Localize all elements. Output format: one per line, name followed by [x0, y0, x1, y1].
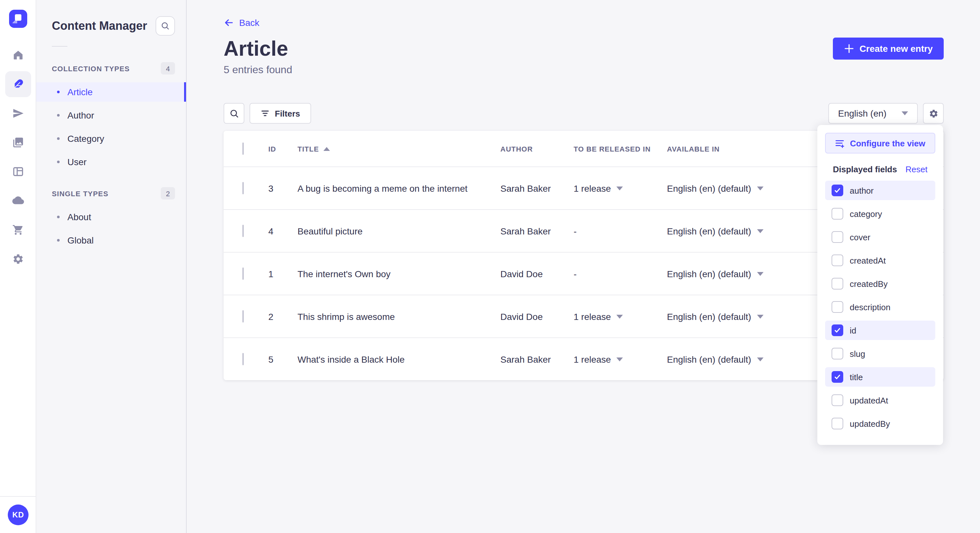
view-settings-popover: Configure the view Displayed fields Rese…: [817, 125, 943, 445]
filters-label: Filters: [275, 108, 300, 118]
nav-media-library-button[interactable]: [5, 130, 31, 155]
create-new-entry-button[interactable]: Create new entry: [833, 38, 944, 60]
field-label: updatedBy: [850, 419, 890, 428]
reset-fields-button[interactable]: Reset: [905, 165, 928, 174]
field-label: createdBy: [850, 279, 888, 289]
chevron-down-icon[interactable]: [757, 314, 764, 318]
single-types-count-badge: 2: [161, 187, 175, 200]
nav-deploy-button[interactable]: [5, 188, 31, 214]
sidebar-item-article[interactable]: Article: [36, 82, 186, 102]
rail-divider: [0, 496, 36, 497]
cell-release[interactable]: 1 release: [574, 354, 667, 364]
field-toggle-createdBy[interactable]: createdBy: [825, 274, 935, 293]
nav-releases-button[interactable]: [5, 100, 31, 126]
nav-content-type-builder-button[interactable]: [5, 159, 31, 185]
field-toggle-author[interactable]: author: [825, 181, 935, 200]
app-window: KD Content Manager COLLECTION TYPES 4 Ar…: [0, 0, 980, 533]
configure-view-button[interactable]: Configure the view: [825, 133, 935, 154]
field-toggle-category[interactable]: category: [825, 204, 935, 224]
bullet-icon: [57, 216, 60, 218]
strapi-logo[interactable]: [9, 10, 27, 28]
column-header-title[interactable]: TITLE: [298, 145, 500, 152]
checkbox[interactable]: [832, 418, 843, 429]
checkbox[interactable]: [832, 231, 843, 243]
field-toggle-updatedBy[interactable]: updatedBy: [825, 414, 935, 433]
checkbox[interactable]: [832, 394, 843, 406]
chevron-down-icon[interactable]: [616, 357, 622, 361]
check-icon: [834, 373, 841, 381]
field-toggle-id[interactable]: id: [825, 320, 935, 340]
cell-title: A bug is becoming a meme on the internet: [298, 183, 500, 194]
cell-release[interactable]: 1 release: [574, 183, 667, 194]
chevron-down-icon[interactable]: [757, 186, 764, 190]
chevron-down-icon[interactable]: [757, 272, 764, 276]
column-header-id[interactable]: ID: [268, 145, 298, 152]
row-checkbox[interactable]: [242, 310, 244, 322]
paper-plane-icon: [12, 108, 24, 119]
checkbox[interactable]: [832, 208, 843, 219]
bullet-icon: [57, 137, 60, 140]
sidebar-search-button[interactable]: [156, 16, 175, 36]
nav-home-button[interactable]: [5, 42, 31, 68]
column-header-release[interactable]: TO BE RELEASED IN: [574, 145, 667, 152]
chevron-down-icon[interactable]: [616, 314, 622, 318]
field-toggle-description[interactable]: description: [825, 297, 935, 317]
chevron-down-icon[interactable]: [757, 229, 764, 233]
field-label: title: [850, 372, 863, 382]
field-label: createdAt: [850, 255, 886, 265]
row-checkbox[interactable]: [242, 267, 244, 279]
row-checkbox[interactable]: [242, 182, 244, 194]
nav-settings-button[interactable]: [5, 246, 31, 272]
column-header-author[interactable]: AUTHOR: [500, 145, 574, 152]
chevron-down-icon[interactable]: [757, 357, 764, 361]
content-manager-icon: [12, 78, 24, 90]
field-toggle-slug[interactable]: slug: [825, 344, 935, 363]
sidebar-item-label: About: [67, 212, 91, 222]
search-icon: [229, 108, 239, 118]
row-checkbox[interactable]: [242, 224, 244, 237]
content-manager-sidebar: Content Manager COLLECTION TYPES 4 Artic…: [36, 0, 187, 533]
sidebar-item-author[interactable]: Author: [36, 106, 186, 125]
gear-icon: [929, 108, 938, 118]
checkbox[interactable]: [832, 371, 843, 383]
sidebar-item-user[interactable]: User: [36, 152, 186, 171]
checkbox[interactable]: [832, 324, 843, 336]
sidebar-item-category[interactable]: Category: [36, 129, 186, 148]
sidebar-item-label: Article: [67, 87, 93, 97]
view-settings-button[interactable]: [923, 103, 944, 124]
filters-button[interactable]: Filters: [250, 103, 311, 124]
back-link[interactable]: Back: [224, 17, 259, 28]
single-types-label: SINGLE TYPES: [52, 189, 108, 197]
cell-title: Beautiful picture: [298, 226, 500, 236]
row-checkbox[interactable]: [242, 353, 244, 365]
cell-release[interactable]: 1 release: [574, 311, 667, 322]
checkbox[interactable]: [832, 348, 843, 359]
main-nav-icons: [5, 42, 31, 275]
sidebar-item-label: User: [67, 157, 86, 167]
checkbox[interactable]: [832, 278, 843, 289]
select-all-checkbox[interactable]: [242, 142, 244, 154]
nav-content-manager-button[interactable]: [5, 71, 31, 97]
cell-author: David Doe: [500, 268, 574, 279]
entries-count: 5 entries found: [224, 64, 944, 76]
nav-marketplace-button[interactable]: [5, 217, 31, 243]
field-toggle-title[interactable]: title: [825, 367, 935, 387]
checkbox[interactable]: [832, 254, 843, 266]
search-icon: [161, 21, 170, 30]
sidebar-item-about[interactable]: About: [36, 207, 186, 227]
user-avatar[interactable]: KD: [8, 504, 29, 525]
field-toggle-updatedAt[interactable]: updatedAt: [825, 390, 935, 410]
sort-asc-icon: [323, 147, 330, 151]
list-plus-icon: [835, 138, 845, 148]
checkbox[interactable]: [832, 185, 843, 196]
locale-select[interactable]: English (en): [828, 103, 918, 124]
field-label: cover: [850, 232, 870, 242]
check-icon: [834, 327, 841, 334]
table-search-button[interactable]: [224, 103, 244, 124]
field-toggle-createdAt[interactable]: createdAt: [825, 251, 935, 270]
sidebar-item-global[interactable]: Global: [36, 230, 186, 250]
checkbox[interactable]: [832, 301, 843, 313]
field-label: category: [850, 209, 882, 219]
field-toggle-cover[interactable]: cover: [825, 227, 935, 247]
chevron-down-icon[interactable]: [616, 186, 622, 190]
